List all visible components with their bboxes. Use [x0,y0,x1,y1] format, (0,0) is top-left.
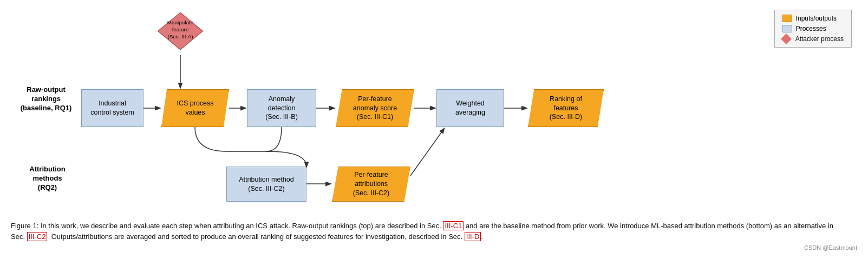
attacker-diamond: Manipulate feature (Sec. III-A) [156,10,205,53]
legend-item-attacker: Attacker process [782,35,844,43]
node-anomaly-label: Anomalydetection(Sec. III-B) [265,95,298,122]
node-anomaly: Anomalydetection(Sec. III-B) [247,89,316,127]
node-ics-process: ICS processvalues [161,89,229,127]
svg-text:Manipulate: Manipulate [167,19,194,25]
label-raw-text: Raw-outputrankings(baseline, RQ1) [21,85,72,112]
node-weighted-avg-label: Weightedaveraging [455,99,485,117]
diagram-area: Inputs/outputs Processes Attacker proces… [11,5,857,216]
caption-text-before-c1: Figure 1: In this work, we describe and … [11,222,443,230]
caption-link-c2[interactable]: III-C2 [27,232,48,241]
legend-icon-orange [782,15,792,22]
node-ranking-label: Ranking offeatures(Sec. III-D) [550,95,582,122]
label-raw-output: Raw-outputrankings(baseline, RQ1) [16,85,76,113]
label-attribution-text: Attributionmethods(RQ2) [29,165,65,191]
node-per-feature-score-label: Per-featureanomaly score(Sec. III-C1) [353,95,397,122]
svg-text:feature: feature [172,26,189,32]
watermark: CSDN @Eastmount [11,244,857,251]
caption-text-end: . [481,232,483,241]
svg-text:(Sec. III-A): (Sec. III-A) [167,34,193,39]
legend-icon-blue [782,25,792,32]
legend-item-inputs: Inputs/outputs [782,15,844,22]
node-per-feature-score: Per-featureanomaly score(Sec. III-C1) [336,89,414,127]
node-ranking: Ranking offeatures(Sec. III-D) [528,89,604,127]
legend-label-inputs: Inputs/outputs [796,15,837,22]
legend-label-processes: Processes [796,25,826,32]
legend-label-attacker: Attacker process [795,35,844,43]
caption: Figure 1: In this work, we describe and … [11,221,856,242]
svg-line-11 [410,129,444,176]
caption-link-d[interactable]: III-D [465,232,481,241]
node-attribution-method: Attribution method(Sec. III-C2) [226,167,306,202]
legend: Inputs/outputs Processes Attacker proces… [774,10,852,48]
node-ics-label: Industrialcontrol system [90,99,134,117]
node-attribution-method-label: Attribution method(Sec. III-C2) [239,175,293,194]
node-ics-process-label: ICS processvalues [177,99,213,117]
node-weighted-avg: Weightedaveraging [436,89,504,127]
node-per-feature-attr: Per-featureattributions(Sec. III-C2) [332,167,410,202]
node-ics: Industrialcontrol system [81,89,143,127]
legend-icon-diamond [781,34,792,44]
node-per-feature-attr-label: Per-featureattributions(Sec. III-C2) [353,170,389,198]
caption-link-c1[interactable]: III-C1 [443,221,464,230]
caption-text-after-c2: Outputs/attributions are averaged and so… [47,232,464,241]
label-attribution: Attributionmethods(RQ2) [22,165,73,192]
legend-item-processes: Processes [782,25,844,32]
